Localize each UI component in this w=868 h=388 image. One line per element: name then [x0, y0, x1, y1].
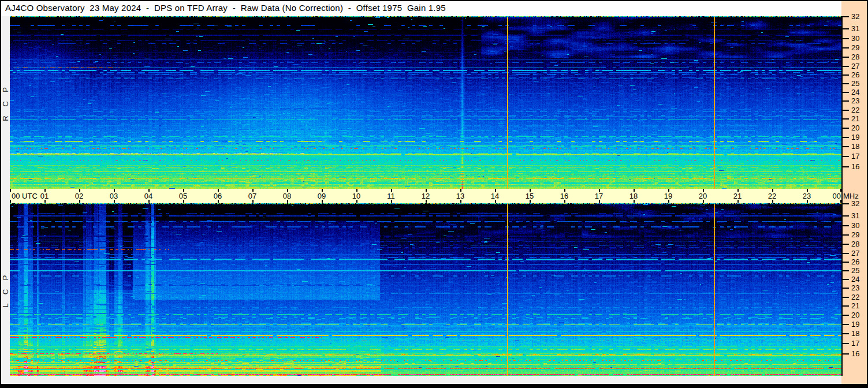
frequency-tick: [843, 146, 849, 147]
frequency-tick: [843, 74, 849, 76]
frequency-tick: [843, 57, 849, 58]
frequency-tick-label: 31: [851, 211, 859, 220]
hour-label: 01: [36, 192, 53, 200]
frequency-tick: [843, 270, 849, 271]
frequency-tick-label: 16: [851, 162, 859, 171]
hour-label: 17: [591, 192, 607, 200]
frequency-scale: MHz 323130292827262524232221201918171632…: [841, 1, 867, 384]
frequency-tick: [843, 38, 849, 39]
frequency-tick-label: 16: [851, 349, 859, 358]
hour-label: 05: [175, 192, 191, 200]
frequency-tick-label: 21: [851, 114, 859, 123]
hour-label: 04: [140, 192, 157, 200]
hour-label: 19: [660, 192, 676, 200]
hour-label: 07: [244, 192, 260, 200]
frequency-tick: [843, 100, 849, 102]
frequency-tick-label: 29: [851, 230, 859, 239]
frequency-tick: [843, 262, 849, 263]
frequency-tick-label: 20: [851, 124, 859, 132]
frequency-tick-label: 17: [851, 152, 859, 161]
hour-label: 20: [695, 192, 711, 200]
hour-label: 10: [348, 192, 364, 200]
hour-label: 02: [71, 192, 87, 200]
hour-label-end: 00: [829, 192, 841, 200]
frequency-tick-label: 28: [851, 240, 859, 248]
frequency-tick: [843, 324, 849, 325]
frequency-tick: [843, 66, 849, 67]
hour-label: 11: [383, 192, 399, 200]
hour-label: 23: [799, 192, 815, 200]
hour-tick: [10, 189, 11, 192]
app-window: AJ4CO Observatory 23 May 2024 - DPS on T…: [1, 1, 867, 384]
frequency-tick-label: 19: [851, 320, 859, 329]
frequency-tick-label: 19: [851, 133, 859, 141]
frequency-tick-label: 30: [851, 34, 859, 43]
frequency-tick: [843, 288, 849, 289]
rcp-spectrogram: [10, 16, 841, 189]
frequency-tick-label: 26: [851, 70, 859, 79]
frequency-tick-label: 29: [851, 43, 859, 52]
frequency-tick: [843, 343, 849, 344]
hour-label: 21: [729, 192, 746, 200]
time-axis: 00 UTC0102030405060708091011121314151617…: [10, 189, 841, 203]
frequency-tick: [843, 16, 849, 17]
frequency-tick: [843, 333, 849, 334]
frequency-tick-label: 25: [851, 79, 859, 88]
frequency-tick: [843, 156, 849, 157]
hour-label: 12: [418, 192, 434, 200]
frequency-tick-label: 27: [851, 62, 859, 70]
frequency-tick: [843, 203, 849, 204]
frequency-tick-label: 25: [851, 266, 859, 275]
frequency-tick-label: 31: [851, 24, 859, 33]
frequency-tick: [843, 305, 849, 307]
frequency-tick: [843, 47, 849, 48]
frequency-tick-label: 23: [851, 96, 859, 105]
frequency-tick: [843, 253, 849, 254]
frequency-tick: [843, 215, 849, 217]
frequency-tick: [843, 118, 849, 120]
frequency-tick: [843, 234, 849, 236]
frequency-tick: [843, 137, 849, 138]
frequency-tick-label: 26: [851, 258, 859, 266]
frequency-tick-label: 22: [851, 106, 859, 114]
frequency-tick-label: 30: [851, 221, 859, 230]
frequency-tick-label: 32: [851, 199, 859, 208]
frequency-tick-label: 21: [851, 301, 859, 310]
frequency-tick: [843, 128, 849, 129]
frequency-tick: [843, 297, 849, 298]
frequency-tick-label: 28: [851, 53, 859, 61]
hour-label: 15: [521, 192, 538, 200]
page-title: AJ4CO Observatory 23 May 2024 - DPS on T…: [5, 3, 446, 13]
frequency-tick: [843, 110, 849, 111]
frequency-axis-line: [841, 16, 843, 376]
frequency-tick-label: 27: [851, 249, 859, 258]
hour-label: 08: [279, 192, 295, 200]
frequency-tick-label: 18: [851, 142, 859, 151]
hour-label: 16: [556, 192, 572, 200]
frequency-tick-label: 32: [851, 12, 859, 21]
frequency-tick-label: 22: [851, 293, 859, 301]
frequency-tick-label: 23: [851, 283, 859, 292]
frequency-tick: [843, 315, 849, 316]
frequency-tick: [843, 83, 849, 84]
lcp-spectrogram: [10, 203, 841, 376]
hour-label: 18: [625, 192, 642, 200]
hour-label: 22: [764, 192, 780, 200]
hour-label: 14: [487, 192, 503, 200]
frequency-tick: [843, 28, 849, 29]
hour-tick: [10, 200, 11, 203]
frequency-tick: [843, 166, 849, 167]
frequency-tick-label: 17: [851, 339, 859, 348]
hour-label: 13: [452, 192, 468, 200]
frequency-tick-label: 24: [851, 275, 859, 283]
frequency-tick-label: 18: [851, 329, 859, 338]
frequency-tick-label: 20: [851, 311, 859, 319]
hour-label-start: 00 UTC: [12, 192, 38, 200]
hour-label: 03: [106, 192, 122, 200]
frequency-tick: [843, 353, 849, 355]
frequency-tick: [843, 225, 849, 226]
frequency-tick: [843, 279, 849, 280]
hour-label: 09: [314, 192, 330, 200]
title-bar: AJ4CO Observatory 23 May 2024 - DPS on T…: [1, 1, 841, 16]
hour-label: 06: [210, 192, 226, 200]
